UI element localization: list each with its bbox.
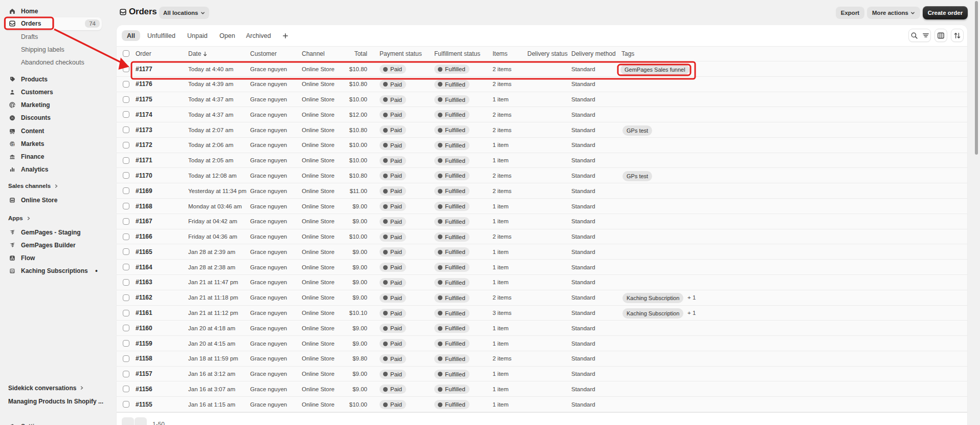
svg-text:$: $ <box>13 143 14 146</box>
